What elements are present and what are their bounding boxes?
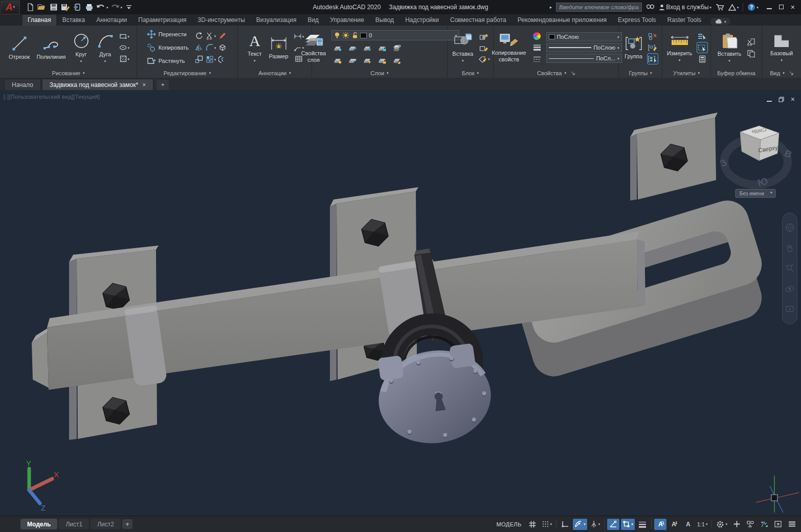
panel-label-draw[interactable]: Рисование▾ (0, 68, 137, 78)
object-snap-tracking-toggle[interactable] (607, 519, 619, 530)
viewport-controls-label[interactable]: [-][Пользовательский вид][Текущий] (4, 94, 100, 100)
layer-dropdown[interactable]: 0 ▾ (331, 30, 459, 40)
panel-label-layers[interactable]: Слои▾ (312, 68, 447, 78)
minimize-button[interactable] (767, 4, 772, 10)
customization-menu-button[interactable] (786, 519, 798, 530)
layer-off-button[interactable] (332, 42, 343, 53)
export-button[interactable] (72, 2, 82, 13)
isometric-drafting-toggle[interactable]: ▾ (589, 519, 602, 530)
plot-button[interactable] (84, 2, 94, 13)
linetype-dropdown[interactable]: ПоСл...▾ (546, 54, 622, 63)
edit-block-button[interactable] (478, 42, 490, 53)
match-properties-button[interactable]: Копированиесвойств (490, 32, 527, 63)
annotation-visibility-toggle[interactable]: A (654, 519, 666, 530)
undo-button[interactable]: ▾ (96, 2, 108, 13)
lineweight-list-icon[interactable] (532, 42, 542, 53)
model-scene[interactable]: З В Ю Сзади Сверху Без имени (0, 90, 801, 516)
show-motion-button[interactable] (785, 304, 795, 315)
select-similar-button[interactable] (697, 42, 707, 53)
close-icon[interactable]: × (142, 81, 146, 88)
viewcube-south[interactable]: Ю (756, 175, 769, 188)
edit-attributes-button[interactable]: ▾ (478, 54, 490, 64)
new-file-button[interactable] (25, 2, 35, 13)
viewcube-view-name[interactable]: Без имени (740, 191, 764, 196)
copy-clip-button[interactable] (746, 48, 756, 58)
maximize-button[interactable] (779, 4, 784, 10)
layer-unlock-all-button[interactable] (377, 55, 387, 65)
stretch-button[interactable]: Растянуть (147, 55, 189, 66)
ribbon-tab-featured-apps[interactable]: Рекомендованные приложения (513, 15, 612, 26)
lineweight-dropdown[interactable]: ПоСлою▾ (546, 43, 622, 52)
ribbon-tab-output[interactable]: Вывод (370, 15, 399, 26)
layout-tab-model[interactable]: Модель (20, 519, 57, 529)
model-space-indicator[interactable]: МОДЕЛЬ (494, 521, 525, 527)
save-button[interactable] (49, 2, 59, 13)
cut-button[interactable] (746, 37, 756, 47)
rectangle-tool-button[interactable]: ▾ (119, 31, 130, 41)
open-file-button[interactable] (37, 2, 47, 13)
object-snap-toggle[interactable]: ▾ (621, 519, 635, 530)
ribbon-tab-annotate[interactable]: Аннотации (91, 15, 132, 26)
ribbon-tab-parametric[interactable]: Параметризация (133, 15, 191, 26)
annotation-scale-icon[interactable]: A (682, 519, 694, 530)
grid-toggle[interactable] (526, 519, 539, 530)
orbit-button[interactable] (785, 284, 795, 294)
line-button[interactable]: Отрезок (7, 34, 31, 61)
panel-label-groups[interactable]: Группы▾ (619, 68, 662, 78)
mirror-button[interactable] (194, 42, 204, 53)
file-tab-drawing[interactable]: Задвижка под навесной замок*× (42, 79, 153, 90)
ribbon-tab-3dtools[interactable]: 3D-инструменты (193, 15, 250, 26)
panel-label-properties[interactable]: Свойства▾ (494, 68, 618, 78)
viewcube[interactable]: З В Ю Сзади Сверху Без имени (718, 126, 793, 197)
ribbon-tab-raster[interactable]: Raster Tools (662, 15, 706, 26)
dialog-launcher-icon[interactable] (571, 71, 575, 75)
ribbon-tab-collaborate[interactable]: Совместная работа (445, 15, 511, 26)
text-button[interactable]: A Текст▾ (246, 32, 264, 63)
fillet-button[interactable]: ▾ (206, 42, 216, 53)
circle-button[interactable]: Круг▾ (71, 31, 92, 63)
dimension-button[interactable]: Размер (268, 34, 290, 60)
zoom-button[interactable] (785, 263, 795, 274)
cloud-menu-button[interactable]: ▾ (710, 18, 730, 25)
array-button[interactable]: ▾ (206, 54, 216, 64)
panel-label-block[interactable]: Блок▾ (448, 68, 493, 78)
annotation-autoscale-toggle[interactable]: A (668, 519, 680, 530)
new-drawing-tab-button[interactable]: + (157, 80, 169, 90)
annotation-monitor-button[interactable] (730, 519, 743, 530)
layer-settings-button[interactable] (392, 55, 402, 65)
copy-button[interactable]: Копировать (147, 42, 189, 53)
arc-button[interactable]: Дуга▾ (95, 31, 116, 63)
viewport-minimize-button[interactable] (767, 95, 772, 104)
panel-label-utilities[interactable]: Утилиты▾ (662, 68, 710, 78)
erase-button[interactable] (217, 31, 228, 41)
layer-freeze-button[interactable] (362, 42, 372, 53)
ellipse-tool-button[interactable]: ▾ (119, 42, 130, 53)
snap-toggle[interactable]: ▾ (540, 519, 554, 530)
color-dropdown[interactable]: ПоСлою▾ (546, 32, 622, 41)
app-store-cart-icon[interactable] (716, 4, 724, 11)
search-input[interactable] (556, 3, 642, 12)
scale-button[interactable] (194, 54, 204, 64)
rotate-button[interactable] (194, 31, 204, 41)
search-expand-icon[interactable]: ▸ (550, 5, 552, 10)
insert-block-button[interactable]: Вставка▾ (451, 32, 475, 63)
panel-label-view[interactable]: Вид▾ (762, 68, 801, 78)
help-button[interactable]: ?▾ (747, 3, 759, 11)
layer-lock-button[interactable] (377, 42, 387, 53)
sign-in-button[interactable]: Вход в службы▾ (659, 4, 711, 11)
ribbon-tab-addins[interactable]: Надстройки (400, 15, 444, 26)
panel-label-clipboard[interactable]: Буфер обмена (711, 68, 762, 78)
quick-calc-button[interactable] (697, 54, 707, 64)
pan-button[interactable] (785, 243, 795, 253)
isolate-objects-button[interactable] (744, 519, 756, 530)
ribbon-tab-home[interactable]: Главная (23, 15, 56, 26)
ortho-toggle[interactable] (559, 519, 571, 530)
trim-button[interactable]: ▾ (206, 31, 216, 41)
group-selection-toggle[interactable] (648, 54, 658, 64)
move-button[interactable]: Перенести (147, 29, 189, 40)
ribbon-tab-manage[interactable]: Управление (325, 15, 369, 26)
linetype-list-icon[interactable] (532, 54, 542, 64)
panel-label-modify[interactable]: Редактирование▾ (137, 68, 237, 78)
paste-button[interactable]: Вставить▾ (716, 32, 743, 63)
layer-match-button[interactable] (332, 55, 343, 65)
